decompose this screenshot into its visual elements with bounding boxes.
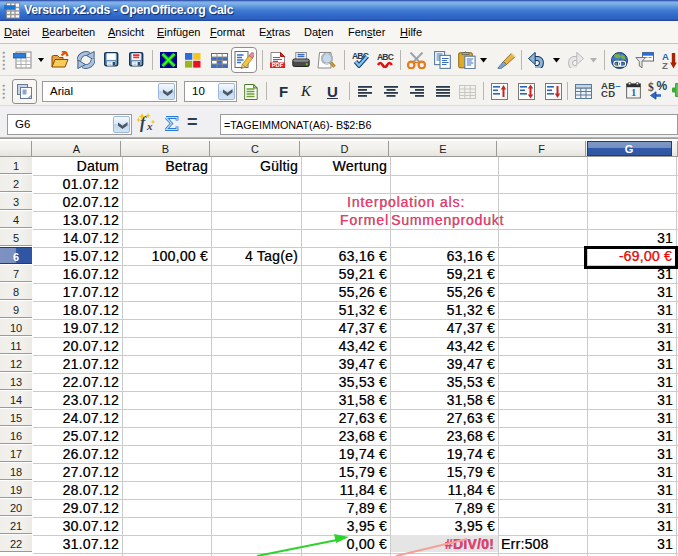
svg-text:%: % [657, 80, 668, 93]
svg-text:1: 1 [631, 87, 636, 98]
svg-text:PDF: PDF [272, 62, 284, 68]
svg-text:ABC: ABC [377, 52, 394, 62]
svg-text:$: $ [648, 81, 654, 93]
svg-text:Z: Z [662, 60, 668, 69]
